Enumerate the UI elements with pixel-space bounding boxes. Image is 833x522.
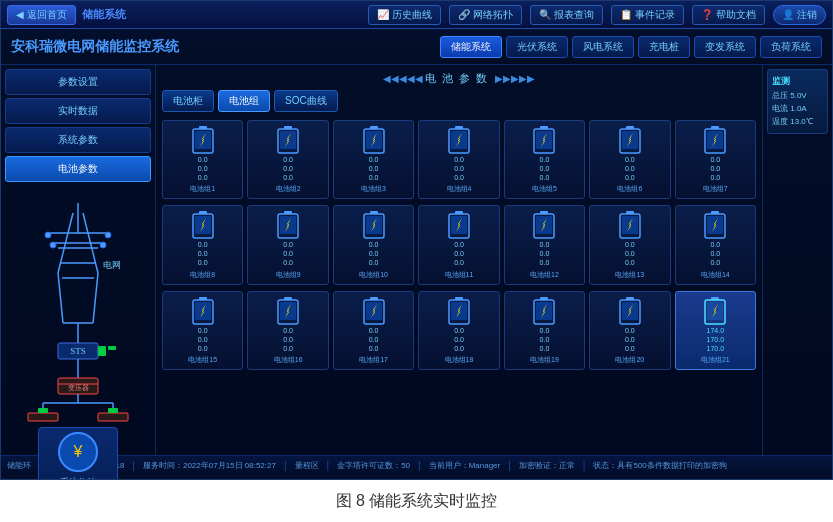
menu-param-settings[interactable]: 参数设置 — [5, 69, 151, 95]
battery-icon-17 — [363, 296, 385, 326]
battery-13-values: 0.00.00.0 — [625, 240, 635, 267]
history-label: 历史曲线 — [392, 8, 432, 22]
battery-5-name: 电池组5 — [532, 184, 557, 194]
status-encrypt: 加密验证：正常 — [519, 460, 575, 471]
battery-12-name: 电池组12 — [530, 270, 559, 280]
battery-4-values: 0.00.00.0 — [454, 155, 464, 182]
temp-info: 温度 13.0℃ — [772, 116, 823, 129]
menu-system-params[interactable]: 系统参数 — [5, 127, 151, 153]
battery-cell-13[interactable]: 0.00.00.0 电池组13 — [589, 205, 670, 284]
battery-10-values: 0.00.00.0 — [369, 240, 379, 267]
events-button[interactable]: 📋 事件记录 — [611, 5, 684, 25]
caption-area: 图 8 储能系统实时监控 — [0, 480, 833, 522]
arrow-left: ◀◀◀◀◀ — [383, 73, 423, 84]
battery-2-name: 电池组2 — [276, 184, 301, 194]
status-user: 当前用户：Manager — [429, 460, 501, 471]
battery-8-values: 0.00.00.0 — [198, 240, 208, 267]
main-window: ◀ 返回首页 储能系统 📈 历史曲线 🔗 网络拓扑 🔍 报表查询 📋 事件记录 — [0, 0, 833, 480]
battery-cell-18[interactable]: 0.00.00.0 电池组18 — [418, 291, 499, 370]
svg-rect-32 — [108, 408, 118, 413]
battery-cell-8[interactable]: 0.00.00.0 电池组8 — [162, 205, 243, 284]
tab-generator[interactable]: 变发系统 — [694, 36, 756, 58]
svg-point-11 — [45, 232, 51, 238]
nav-tabs: 储能系统 光伏系统 风电系统 充电桩 变发系统 负荷系统 — [440, 36, 822, 58]
battery-cell-9[interactable]: 0.00.00.0 电池组9 — [247, 205, 328, 284]
content-area: 参数设置 实时数据 系统参数 电池参数 — [1, 65, 832, 455]
battery-cell-1[interactable]: 0.00.00.0 电池组1 — [162, 120, 243, 199]
battery-cell-17[interactable]: 0.00.00.0 电池组17 — [333, 291, 414, 370]
battery-cell-16[interactable]: 0.00.00.0 电池组16 — [247, 291, 328, 370]
current-info: 电流 1.0A — [772, 103, 823, 116]
battery-row-3: 0.00.00.0 电池组15 0.00.00.0 电池组16 — [162, 291, 756, 370]
battery-21-values: 174.0170.0170.0 — [707, 326, 725, 353]
profit-label: 系统收益 — [47, 476, 109, 480]
battery-2-values: 0.00.00.0 — [283, 155, 293, 182]
battery-cell-2[interactable]: 0.00.00.0 电池组2 — [247, 120, 328, 199]
battery-icon-15 — [192, 296, 214, 326]
battery-cell-19[interactable]: 0.00.00.0 电池组19 — [504, 291, 585, 370]
battery-cell-20[interactable]: 0.00.00.0 电池组20 — [589, 291, 670, 370]
battery-11-name: 电池组11 — [445, 270, 474, 280]
battery-cell-3[interactable]: 0.00.00.0 电池组3 — [333, 120, 414, 199]
battery-cell-5[interactable]: 0.00.00.0 电池组5 — [504, 120, 585, 199]
arrow-right: ▶▶▶▶▶ — [495, 73, 535, 84]
svg-rect-29 — [28, 413, 58, 421]
status-dongle: 状态：具有500条件数据打印的加密狗 — [593, 460, 726, 471]
battery-cell-6[interactable]: 0.00.00.0 电池组6 — [589, 120, 670, 199]
battery-icon-3 — [363, 125, 385, 155]
svg-point-14 — [100, 242, 106, 248]
battery-19-name: 电池组19 — [530, 355, 559, 365]
tab-wind[interactable]: 风电系统 — [572, 36, 634, 58]
battery-1-name: 电池组1 — [190, 184, 215, 194]
svg-text:电网: 电网 — [103, 260, 121, 270]
menu-realtime[interactable]: 实时数据 — [5, 98, 151, 124]
network-button[interactable]: 🔗 网络拓扑 — [449, 5, 522, 25]
history-button[interactable]: 📈 历史曲线 — [368, 5, 441, 25]
battery-15-name: 电池组15 — [188, 355, 217, 365]
battery-cell-14[interactable]: 0.00.00.0 电池组14 — [675, 205, 756, 284]
help-button[interactable]: ❓ 帮助文档 — [692, 5, 765, 25]
battery-11-values: 0.00.00.0 — [454, 240, 464, 267]
history-icon: 📈 — [377, 9, 389, 20]
battery-cell-21[interactable]: 174.0170.0170.0 电池组21 — [675, 291, 756, 370]
report-button[interactable]: 🔍 报表查询 — [530, 5, 603, 25]
svg-rect-31 — [38, 408, 48, 413]
battery-cell-15[interactable]: 0.00.00.0 电池组15 — [162, 291, 243, 370]
battery-13-name: 电池组13 — [615, 270, 644, 280]
network-diagram: 电网 STS 变压器 — [8, 193, 148, 423]
monitoring-info-box: 监测 总压 5.0V 电流 1.0A 温度 13.0℃ — [767, 69, 828, 134]
tab-soc-curve[interactable]: SOC曲线 — [274, 90, 338, 112]
svg-rect-20 — [108, 346, 116, 350]
tab-load[interactable]: 负荷系统 — [760, 36, 822, 58]
battery-icon-13 — [619, 210, 641, 240]
tab-battery-cabinet[interactable]: 电池柜 — [162, 90, 214, 112]
battery-cell-11[interactable]: 0.00.00.0 电池组11 — [418, 205, 499, 284]
battery-4-name: 电池组4 — [447, 184, 472, 194]
back-button[interactable]: ◀ 返回首页 — [7, 5, 76, 25]
menu-battery-params[interactable]: 电池参数 — [5, 156, 151, 182]
battery-icon-8 — [192, 210, 214, 240]
battery-cell-12[interactable]: 0.00.00.0 电池组12 — [504, 205, 585, 284]
user-button[interactable]: 👤 注销 — [773, 5, 826, 25]
tab-battery-group[interactable]: 电池组 — [218, 90, 270, 112]
battery-icon-16 — [277, 296, 299, 326]
battery-icon-7 — [704, 125, 726, 155]
battery-16-values: 0.00.00.0 — [283, 326, 293, 353]
battery-cell-7[interactable]: 0.00.00.0 电池组7 — [675, 120, 756, 199]
help-label: 帮助文档 — [716, 8, 756, 22]
svg-line-3 — [93, 273, 98, 323]
status-license: 金字塔许可证数：50 — [337, 460, 410, 471]
tab-solar[interactable]: 光伏系统 — [506, 36, 568, 58]
tab-charger[interactable]: 充电桩 — [638, 36, 690, 58]
tab-storage[interactable]: 储能系统 — [440, 36, 502, 58]
battery-cell-10[interactable]: 0.00.00.0 电池组10 — [333, 205, 414, 284]
battery-6-name: 电池组6 — [617, 184, 642, 194]
battery-row-1: 0.00.00.0 电池组1 0.00.00.0 电池组2 — [162, 120, 756, 199]
battery-section-title: 电池参数 — [425, 71, 493, 86]
top-bar: ◀ 返回首页 储能系统 📈 历史曲线 🔗 网络拓扑 🔍 报表查询 📋 事件记录 — [1, 1, 832, 29]
battery-9-name: 电池组9 — [276, 270, 301, 280]
battery-15-values: 0.00.00.0 — [198, 326, 208, 353]
battery-icon-6 — [619, 125, 641, 155]
left-sidebar: 参数设置 实时数据 系统参数 电池参数 — [1, 65, 156, 455]
battery-cell-4[interactable]: 0.00.00.0 电池组4 — [418, 120, 499, 199]
